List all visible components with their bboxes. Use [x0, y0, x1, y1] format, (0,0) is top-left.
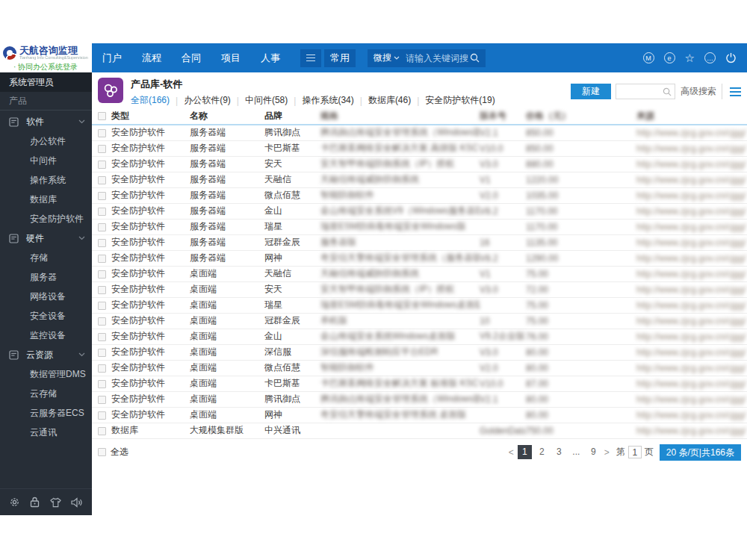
- row-checkbox[interactable]: [98, 145, 106, 153]
- new-button[interactable]: 新建: [571, 84, 611, 99]
- sidebar-section-products[interactable]: 产品: [0, 92, 92, 110]
- advanced-search-button[interactable]: 高级搜索: [675, 84, 722, 99]
- sidebar-item-存储[interactable]: 存储: [0, 248, 92, 267]
- row-checkbox[interactable]: [98, 411, 106, 420]
- row-checkbox[interactable]: [98, 192, 106, 200]
- column-header-来源[interactable]: 来源: [636, 108, 747, 125]
- table-search-input[interactable]: [616, 85, 660, 98]
- table-row: 安全防护软件服务器端卡巴斯基卡巴斯基网络安全解决方案 高级版 KSCV10.08…: [92, 140, 747, 156]
- tab-数据库(46)[interactable]: 数据库(46): [368, 94, 411, 107]
- star-icon[interactable]: ☆: [685, 52, 695, 63]
- sidebar-item-云存储[interactable]: 云存储: [0, 384, 92, 403]
- select-all-checkbox[interactable]: [98, 448, 106, 456]
- row-checkbox-cell: [92, 297, 111, 313]
- row-checkbox[interactable]: [98, 176, 106, 184]
- tab-全部(166)[interactable]: 全部(166): [131, 94, 170, 107]
- nav-item-5[interactable]: 人事: [261, 52, 280, 65]
- row-checkbox[interactable]: [98, 223, 106, 231]
- tab-操作系统(34)[interactable]: 操作系统(34): [302, 94, 353, 107]
- sidebar-item-数据管理DMS[interactable]: 数据管理DMS: [0, 364, 92, 384]
- speaker-icon[interactable]: [71, 497, 83, 508]
- row-checkbox[interactable]: [98, 380, 106, 388]
- column-header-类型[interactable]: 类型: [111, 108, 190, 125]
- search-scope-dropdown[interactable]: 微搜: [374, 52, 400, 64]
- row-checkbox[interactable]: [98, 333, 106, 341]
- more-icon[interactable]: …: [704, 52, 716, 63]
- next-page-button[interactable]: >: [604, 447, 610, 458]
- header-checkbox[interactable]: [98, 112, 106, 120]
- sidebar-item-操作系统[interactable]: 操作系统: [0, 170, 92, 190]
- nav-item-1[interactable]: 门户: [102, 52, 122, 65]
- sidebar-item-安全设备[interactable]: 安全设备: [0, 306, 92, 326]
- sidebar-group-label: 软件: [26, 116, 44, 128]
- cell-类型: 安全防护软件: [111, 140, 190, 156]
- table-search-icon[interactable]: [660, 87, 675, 96]
- column-header-规格[interactable]: 规格: [320, 108, 480, 125]
- sidebar-group-云资源[interactable]: 云资源: [0, 345, 92, 364]
- cell-类型: 安全防护软件: [111, 156, 190, 172]
- row-checkbox[interactable]: [98, 427, 106, 435]
- table-row: 安全防护软件服务器端天融信天融信终端威胁防御系统V11220.00http://…: [92, 172, 747, 187]
- list-view-icon[interactable]: [730, 87, 741, 96]
- favorites-button[interactable]: 常用: [324, 49, 356, 67]
- theme-shirt-icon[interactable]: [50, 497, 61, 508]
- tab-中间件(58)[interactable]: 中间件(58): [245, 94, 288, 107]
- column-header-价格（元）[interactable]: 价格（元）: [526, 108, 636, 125]
- tab-办公软件(9)[interactable]: 办公软件(9): [184, 94, 231, 107]
- column-header-版本号[interactable]: 版本号: [480, 108, 526, 125]
- gear-icon[interactable]: [9, 497, 20, 508]
- sidebar-item-办公软件[interactable]: 办公软件: [0, 131, 92, 151]
- row-checkbox[interactable]: [98, 255, 106, 263]
- row-checkbox[interactable]: [98, 129, 106, 137]
- page-button-3[interactable]: 3: [552, 445, 566, 459]
- sidebar-item-云通讯[interactable]: 云通讯: [0, 423, 92, 442]
- row-checkbox[interactable]: [98, 396, 106, 404]
- row-checkbox[interactable]: [98, 349, 106, 357]
- cell-品牌: 微点佰慧: [264, 360, 320, 376]
- sidebar-item-安全防护软件[interactable]: 安全防护软件: [0, 209, 92, 228]
- sidebar-item-云服务器ECS[interactable]: 云服务器ECS: [0, 403, 92, 423]
- power-icon[interactable]: [725, 52, 737, 63]
- column-header-名称[interactable]: 名称: [190, 108, 264, 125]
- sidebar-item-中间件[interactable]: 中间件: [0, 151, 92, 170]
- prev-page-button[interactable]: <: [509, 447, 514, 458]
- e-badge-icon[interactable]: e: [664, 52, 675, 63]
- menu-toggle-button[interactable]: [300, 49, 321, 67]
- nav-item-4[interactable]: 项目: [221, 52, 241, 65]
- sidebar-item-监控设备[interactable]: 监控设备: [0, 326, 92, 345]
- cell-来源: http://www.zjcg.gov.cn/cjgg/: [636, 313, 747, 329]
- tab-separator: |: [176, 96, 178, 106]
- nav-item-3[interactable]: 合同: [182, 52, 201, 65]
- sidebar-item-网络设备[interactable]: 网络设备: [0, 287, 92, 306]
- page-button-1[interactable]: 1: [518, 445, 532, 459]
- row-checkbox[interactable]: [98, 286, 106, 294]
- sidebar-group-软件[interactable]: 软件: [0, 112, 92, 131]
- sidebar-item-数据库[interactable]: 数据库: [0, 190, 92, 209]
- page-size-badge[interactable]: 20 条/页|共166条: [660, 444, 741, 461]
- global-search-input[interactable]: [406, 53, 470, 63]
- cell-版本号: V10.0: [480, 140, 526, 156]
- cell-价格（元）: 72.00: [526, 281, 636, 297]
- page-button-2[interactable]: 2: [535, 445, 549, 459]
- cell-价格（元）: 76.00: [526, 329, 636, 344]
- select-all[interactable]: 全选: [92, 446, 128, 458]
- row-checkbox[interactable]: [98, 208, 106, 216]
- row-checkbox[interactable]: [98, 302, 106, 310]
- sidebar-item-服务器[interactable]: 服务器: [0, 267, 92, 287]
- row-checkbox[interactable]: [98, 270, 106, 279]
- search-icon[interactable]: [470, 53, 480, 63]
- cell-价格（元）: 80.00: [526, 344, 636, 360]
- lock-icon[interactable]: [30, 497, 40, 508]
- row-checkbox[interactable]: [98, 364, 106, 373]
- nav-item-2[interactable]: 流程: [142, 52, 161, 65]
- page-button-9[interactable]: 9: [586, 445, 601, 459]
- page-jump-input[interactable]: 1: [628, 446, 642, 458]
- row-checkbox[interactable]: [98, 161, 106, 169]
- row-checkbox[interactable]: [98, 239, 106, 247]
- sidebar-group-硬件[interactable]: 硬件: [0, 228, 92, 248]
- page-jump: 第 1 页: [616, 446, 654, 458]
- column-header-品牌[interactable]: 品牌: [264, 108, 320, 125]
- tab-安全防护软件(19)[interactable]: 安全防护软件(19): [425, 94, 495, 107]
- row-checkbox[interactable]: [98, 317, 106, 326]
- m-badge-icon[interactable]: M: [643, 52, 654, 63]
